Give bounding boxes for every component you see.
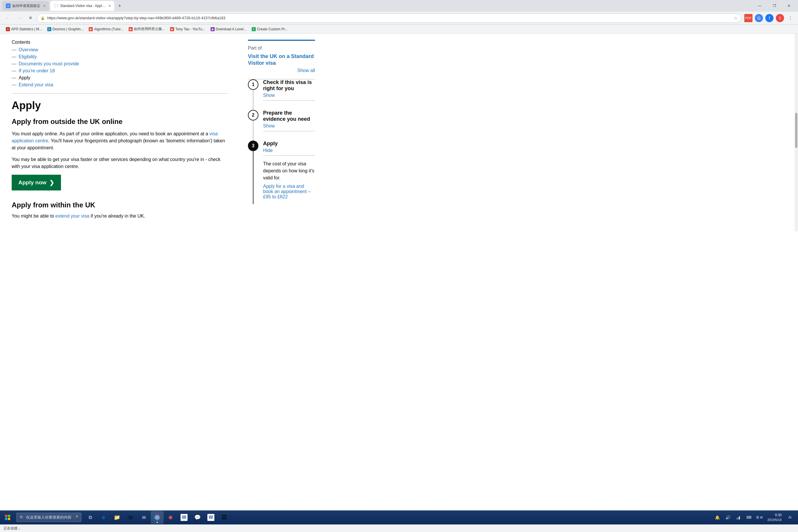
step-3-number: 3 xyxy=(252,143,254,149)
bookmark-star-icon[interactable]: ☆ xyxy=(734,16,738,20)
lock-icon: 🔒 xyxy=(40,16,45,20)
step-3-title: Apply xyxy=(263,140,315,147)
bookmark-desmos-label: Desmos | Graphin... xyxy=(53,27,84,31)
step-2-circle: 2 xyxy=(248,110,259,120)
sidebar: Part of Visit the UK on a Standard Visit… xyxy=(239,34,321,231)
part-of-link[interactable]: Visit the UK on a Standard Visitor visa xyxy=(248,53,315,67)
address-bar[interactable]: 🔒 https://www.gov.uk/standard-visitor-vi… xyxy=(37,14,741,23)
scrollbar[interactable] xyxy=(795,34,798,231)
documents-link[interactable]: Documents you must provide xyxy=(19,61,79,66)
browser-titlebar: ● 如何申请英国签证 × Standard Visitor visa : App… xyxy=(0,0,798,12)
apply-current: Apply xyxy=(19,75,30,80)
bookmark-aliyun[interactable]: ▶ 如何使用阿里云服... xyxy=(126,26,167,32)
tab1-close[interactable]: × xyxy=(43,3,45,8)
minimize-button[interactable]: — xyxy=(753,1,766,11)
section1-para1: You must apply online. As part of your o… xyxy=(12,130,228,151)
tab-standard-visitor[interactable]: Standard Visitor visa : Apply ... × xyxy=(50,1,114,11)
bookmark-ap-statistics[interactable]: A AP® Statistics | M... xyxy=(3,26,44,32)
tab1-title: 如何申请英国签证 xyxy=(12,3,40,8)
bookmark-tony-label: Tony Tao - YouTu... xyxy=(175,27,205,31)
step-2-action[interactable]: Show xyxy=(263,124,275,128)
section2-para: You might be able to extend your visa if… xyxy=(12,213,228,220)
bookmark-yt1-favicon: ▶ xyxy=(89,27,93,31)
extension-icon[interactable]: f xyxy=(765,14,774,22)
bookmark-download-alevel[interactable]: ◆ Download A Level... xyxy=(208,26,249,32)
scrollbar-thumb[interactable] xyxy=(795,113,797,148)
bookmark-alevel-label: Download A Level... xyxy=(216,27,246,31)
dash-eligibility: — xyxy=(12,54,16,59)
bookmark-desmos[interactable]: D Desmos | Graphin... xyxy=(45,26,86,32)
browser-chrome: ● 如何申请英国签证 × Standard Visitor visa : App… xyxy=(0,0,798,34)
steps-list: 1 Check if this visa is right for you Sh… xyxy=(248,79,315,204)
apply-now-arrow: ❯ xyxy=(49,179,54,186)
step-3-action[interactable]: Hide xyxy=(263,148,273,153)
eligibility-link[interactable]: Eligibility xyxy=(19,54,37,59)
step-1-left: 1 xyxy=(248,79,259,110)
part-of-label: Part of xyxy=(248,45,315,51)
section1-para2: You may be able to get your visa faster … xyxy=(12,156,228,170)
apply-now-label: Apply now xyxy=(18,179,46,186)
pdf-icon[interactable]: PDF xyxy=(744,14,753,22)
new-tab-button[interactable]: + xyxy=(115,2,124,10)
bookmark-ap-label: AP® Statistics | M... xyxy=(11,27,42,31)
bookmarks-bar: A AP® Statistics | M... D Desmos | Graph… xyxy=(0,24,798,34)
sidebar-border-top xyxy=(248,40,315,41)
step-1-action[interactable]: Show xyxy=(263,93,275,98)
bookmark-desmos-favicon: D xyxy=(47,27,51,31)
bookmark-create-custom[interactable]: K Create Custom Pr... xyxy=(249,26,290,32)
section2-para-prefix: You might be able to xyxy=(12,213,55,218)
list-item-eligibility: — Eligibility xyxy=(12,54,228,59)
back-button[interactable]: ← xyxy=(3,14,13,23)
extend-link[interactable]: Extend your visa xyxy=(19,82,53,88)
tab2-favicon xyxy=(54,3,58,8)
maximize-button[interactable]: ❐ xyxy=(768,1,781,11)
main-content: Contents — Overview — Eligibility — Docu… xyxy=(0,34,239,231)
step-2: 2 Prepare the evidence you need Show xyxy=(248,110,315,140)
apply-now-button[interactable]: Apply now ❯ xyxy=(12,175,61,190)
google-translate-icon[interactable]: G xyxy=(755,14,763,22)
page-content-area: Contents — Overview — Eligibility — Docu… xyxy=(0,34,798,231)
google-account-icon[interactable]: S xyxy=(776,14,784,22)
show-all-link[interactable]: Show all xyxy=(248,68,315,73)
browser-toolbar: ← → ✕ 🔒 https://www.gov.uk/standard-visi… xyxy=(0,12,798,24)
bookmark-yt3-favicon: ▶ xyxy=(170,27,174,31)
dash-documents: — xyxy=(12,61,16,66)
section2-para-suffix: if you're already in the UK. xyxy=(89,213,145,218)
list-item-under18: — If you're under 18 xyxy=(12,68,228,74)
bookmark-aliyun-label: 如何使用阿里云服... xyxy=(134,26,165,32)
forward-button[interactable]: → xyxy=(15,14,24,23)
apply-heading: Apply xyxy=(12,99,228,112)
bookmark-ap-favicon: A xyxy=(6,27,10,31)
step-1-number: 1 xyxy=(252,82,254,87)
bookmark-alevel-favicon: ◆ xyxy=(211,27,215,31)
step-1-line xyxy=(253,90,253,110)
close-button[interactable]: ✕ xyxy=(782,1,796,11)
tab2-title: Standard Visitor visa : Apply ... xyxy=(60,4,106,8)
tab2-close[interactable]: × xyxy=(109,3,111,8)
contents-list: — Overview — Eligibility — Documents you… xyxy=(12,47,228,88)
dash-apply: — xyxy=(12,75,16,80)
list-item-documents: — Documents you must provide xyxy=(12,61,228,66)
tab-chinese-visa[interactable]: ● 如何申请英国签证 × xyxy=(2,1,49,11)
address-text: https://www.gov.uk/standard-visitor-visa… xyxy=(47,16,732,20)
visa-centre-link[interactable]: visa application centre xyxy=(12,131,218,143)
step-2-line xyxy=(253,120,253,140)
overview-link[interactable]: Overview xyxy=(19,47,38,53)
dash-overview: — xyxy=(12,47,16,53)
menu-icon[interactable]: ⋮ xyxy=(786,14,795,22)
section1-heading: Apply from outside the UK online xyxy=(12,117,228,126)
step-1-title: Check if this visa is right for you xyxy=(263,79,315,92)
extend-visa-link[interactable]: extend your visa xyxy=(55,213,90,218)
step-3-body-link[interactable]: Apply for a visa and book an appointment… xyxy=(263,184,311,199)
svg-point-0 xyxy=(54,4,58,7)
step-2-left: 2 xyxy=(248,110,259,140)
under18-link[interactable]: If you're under 18 xyxy=(19,68,55,74)
refresh-button[interactable]: ✕ xyxy=(26,14,35,23)
step-3-content: Apply Hide The cost of your visa depends… xyxy=(263,140,315,204)
page-wrapper: Contents — Overview — Eligibility — Docu… xyxy=(0,34,798,231)
bookmark-tony-tao[interactable]: ▶ Tony Tao - YouTu... xyxy=(168,26,207,32)
step-3: 3 Apply Hide The cost of your visa depen… xyxy=(248,140,315,204)
step-2-number: 2 xyxy=(252,113,254,118)
step-2-content: Prepare the evidence you need Show xyxy=(263,110,315,140)
bookmark-algorithms[interactable]: ▶ Algorithms (Tutor... xyxy=(86,26,126,32)
